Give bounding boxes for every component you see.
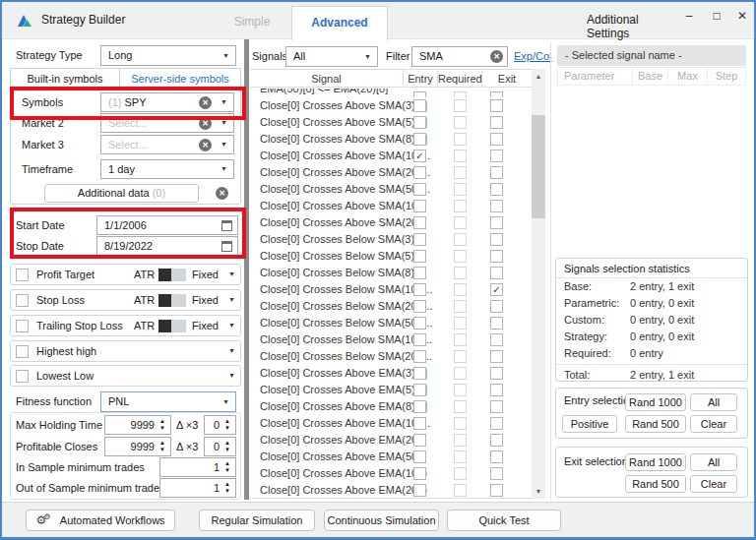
exit-checkbox[interactable]: [490, 216, 503, 229]
table-row[interactable]: Close[0] Crosses Above SMA(5)[0]: [250, 114, 532, 131]
entry-checkbox[interactable]: [413, 99, 426, 112]
scroll-up-icon[interactable]: ▲: [532, 69, 545, 84]
entry-checkbox[interactable]: [413, 300, 426, 313]
required-checkbox[interactable]: [454, 317, 467, 330]
table-row[interactable]: Close[0] Crosses Above EMA(5)[0]: [250, 382, 532, 398]
filter-input[interactable]: SMA ✕: [411, 46, 508, 67]
required-checkbox[interactable]: [454, 333, 467, 346]
table-row[interactable]: Close[0] Crosses Above SMA(3)[0]: [250, 97, 532, 114]
spinner-arrows-icon[interactable]: ▲▼: [221, 481, 233, 495]
required-checkbox[interactable]: [454, 367, 467, 380]
exit-checkbox[interactable]: [490, 133, 503, 146]
entry-checkbox[interactable]: [413, 434, 426, 447]
table-row[interactable]: Close[0] Crosses Below SMA(5)[0]: [250, 248, 532, 265]
filter-clear-icon[interactable]: ✕: [490, 50, 503, 63]
profitable-closes-spinner[interactable]: 9999 ▲▼: [104, 437, 171, 456]
quick-test-button[interactable]: Quick Test: [447, 510, 561, 531]
required-checkbox[interactable]: [454, 400, 467, 413]
col-header-exit[interactable]: Exit: [482, 70, 532, 88]
exit-checkbox[interactable]: [490, 267, 503, 279]
exit-checkbox[interactable]: [490, 200, 503, 212]
required-checkbox[interactable]: [454, 116, 467, 129]
entry-checkbox[interactable]: [413, 200, 426, 212]
exit-checkbox[interactable]: [490, 233, 503, 246]
panel-splitter[interactable]: [244, 39, 249, 500]
exit-checkbox[interactable]: [490, 417, 503, 430]
exit-checkbox[interactable]: [490, 434, 503, 447]
trailing-stop-loss-checkbox[interactable]: [16, 320, 29, 332]
entry-checkbox[interactable]: ✓: [413, 150, 426, 162]
table-row[interactable]: Close[0] Crosses Above EMA(20): [250, 432, 532, 449]
entry-clear-button[interactable]: Clear: [690, 415, 737, 433]
exit-checkbox[interactable]: [490, 400, 503, 413]
exit-checkbox[interactable]: [490, 99, 503, 112]
entry-checkbox[interactable]: [413, 384, 426, 396]
profitable-closes-delta-spinner[interactable]: 0 ▲▼: [204, 437, 236, 456]
required-checkbox[interactable]: [454, 350, 467, 363]
table-row[interactable]: Close[0] Crosses Above EMA(200): [250, 482, 532, 499]
exit-checkbox[interactable]: [490, 367, 503, 380]
table-row-clipped[interactable]: EMA(50)[0] <= EMA(20)[0]: [250, 89, 532, 97]
exit-checkbox[interactable]: [490, 467, 503, 480]
required-checkbox[interactable]: [454, 417, 467, 430]
exit-checkbox[interactable]: [490, 484, 503, 497]
continuous-simulation-button[interactable]: Continuous Simulation: [324, 510, 439, 531]
required-checkbox[interactable]: [454, 384, 467, 396]
chevron-down-icon[interactable]: ▼: [228, 265, 235, 284]
required-checkbox[interactable]: [454, 183, 467, 196]
exit-checkbox[interactable]: [490, 183, 503, 196]
entry-rand-500-button[interactable]: Rand 500: [625, 415, 686, 433]
table-row[interactable]: Close[0] Crosses Above EMA(3)[0]: [250, 365, 532, 382]
minimize-button[interactable]: –: [677, 5, 701, 27]
exit-checkbox[interactable]: [490, 350, 503, 363]
entry-checkbox[interactable]: [413, 450, 426, 463]
required-checkbox[interactable]: [454, 250, 467, 263]
regular-simulation-button[interactable]: Regular Simulation: [199, 510, 315, 531]
tab-advanced[interactable]: Advanced: [291, 6, 388, 40]
expand-collapse-link[interactable]: Exp/Col: [514, 46, 552, 67]
calendar-icon[interactable]: [221, 241, 232, 252]
strategy-type-select[interactable]: Long ▼: [100, 45, 236, 66]
required-checkbox[interactable]: [454, 200, 467, 212]
col-header-required[interactable]: Required: [438, 70, 482, 88]
required-checkbox[interactable]: [454, 133, 467, 146]
chevron-down-icon[interactable]: ▼: [228, 341, 235, 361]
additional-data-clear-icon[interactable]: ✕: [216, 187, 228, 200]
clear-icon[interactable]: ✕: [199, 96, 212, 109]
highest-high-checkbox[interactable]: [16, 345, 29, 358]
table-row[interactable]: Close[0] Crosses Below SMA(10)[...✓: [250, 281, 532, 298]
exit-rand-500-button[interactable]: Rand 500: [625, 475, 686, 493]
required-checkbox[interactable]: [454, 467, 467, 480]
col-header-entry[interactable]: Entry: [404, 70, 438, 88]
exit-all-button[interactable]: All: [690, 453, 737, 471]
table-row[interactable]: Close[0] Crosses Above EMA(8)[0]: [250, 398, 532, 415]
entry-checkbox[interactable]: [413, 267, 426, 279]
spinner-arrows-icon[interactable]: ▲▼: [221, 460, 233, 474]
entry-checkbox[interactable]: [413, 367, 426, 380]
scroll-thumb[interactable]: [532, 115, 545, 218]
required-checkbox[interactable]: [454, 150, 467, 162]
exit-checkbox[interactable]: [490, 450, 503, 463]
stop-date-input[interactable]: 8/19/2022: [96, 236, 238, 256]
exit-checkbox[interactable]: [490, 250, 503, 263]
entry-checkbox[interactable]: [413, 116, 426, 129]
table-row[interactable]: Close[0] Crosses Above SMA(10...: [250, 198, 532, 214]
exit-checkbox[interactable]: [490, 116, 503, 129]
required-checkbox[interactable]: [454, 166, 467, 179]
entry-checkbox[interactable]: [413, 233, 426, 246]
entry-rand-1000-button[interactable]: Rand 1000: [625, 393, 686, 411]
automated-workflows-button[interactable]: ⚙⚙ Automated Workflows ▼: [26, 510, 175, 531]
tab-built-in-symbols[interactable]: Built-in symbols: [10, 68, 120, 90]
required-checkbox[interactable]: [454, 267, 467, 279]
required-checkbox[interactable]: [454, 233, 467, 246]
table-row[interactable]: Close[0] Crosses Above SMA(8)[0]: [250, 131, 532, 148]
lowest-low-checkbox[interactable]: [16, 370, 29, 383]
table-row[interactable]: Close[0] Crosses Below SMA(50)[...: [250, 315, 532, 331]
table-row[interactable]: Close[0] Crosses Below SMA(200...: [250, 348, 532, 365]
market2-select[interactable]: Select... ✕ ▼: [100, 113, 234, 133]
atr-fixed-toggle[interactable]: [158, 269, 186, 281]
entry-checkbox[interactable]: [413, 467, 426, 480]
calendar-icon[interactable]: [221, 220, 232, 231]
out-of-sample-spinner[interactable]: 1 ▲▼: [159, 478, 236, 498]
spinner-arrows-icon[interactable]: ▲▼: [157, 440, 168, 453]
